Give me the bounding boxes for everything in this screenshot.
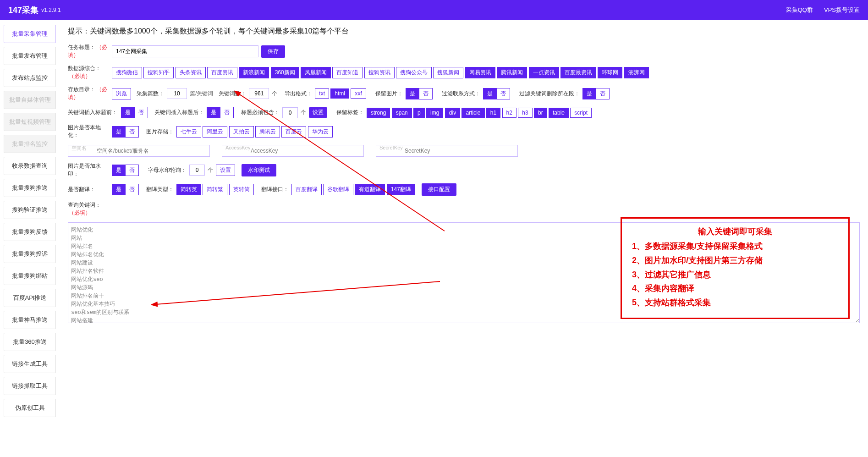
task-title-input[interactable] <box>112 45 258 57</box>
kw-count-input[interactable] <box>249 88 269 99</box>
trans-type-1[interactable]: 简转繁 <box>203 184 227 195</box>
trans-api-1[interactable]: 谷歌翻译 <box>323 184 353 195</box>
source-tag-4[interactable]: 新浪新闻 <box>239 67 269 78</box>
watermark-toggle[interactable]: 是否 <box>112 165 139 176</box>
label-trans-type: 翻译类型： <box>146 186 174 193</box>
header-link-vps[interactable]: VPS拨号设置 <box>824 6 860 14</box>
source-tag-14[interactable]: 百度最资讯 <box>560 67 596 78</box>
keep-tag-6[interactable]: h1 <box>486 108 500 118</box>
source-tag-1[interactable]: 搜狗知乎 <box>143 67 174 78</box>
sidebar-item-1[interactable]: 批量发布管理 <box>4 47 56 65</box>
save-button[interactable]: 保存 <box>261 45 285 58</box>
trans-api-2[interactable]: 有道翻译 <box>355 184 385 195</box>
accesskey-input[interactable] <box>222 145 364 157</box>
api-config-button[interactable]: 接口配置 <box>422 183 456 196</box>
keywords-textarea[interactable] <box>68 222 860 323</box>
wm-set-button[interactable]: 设置 <box>216 165 235 176</box>
filter-kw-para-toggle[interactable]: 是否 <box>582 88 610 99</box>
sidebar: 批量采集管理批量发布管理发布站点监控批量自媒体管理批量短视频管理批量排名监控收录… <box>0 20 60 425</box>
keep-tag-10[interactable]: table <box>549 108 569 118</box>
space-input[interactable] <box>68 145 210 157</box>
kw-pre-toggle[interactable]: 是否 <box>121 107 148 118</box>
keep-img-toggle[interactable]: 是否 <box>406 88 433 99</box>
trans-type-2[interactable]: 英转简 <box>229 184 254 195</box>
translate-toggle[interactable]: 是否 <box>112 184 139 195</box>
source-tag-8[interactable]: 搜狗资讯 <box>364 67 395 78</box>
sidebar-item-2[interactable]: 发布站点监控 <box>4 69 56 87</box>
source-tag-2[interactable]: 头条资讯 <box>176 67 206 78</box>
sidebar-item-7[interactable]: 批量搜狗推送 <box>4 179 56 197</box>
source-tag-9[interactable]: 搜狗公众号 <box>396 67 432 78</box>
cloud-5[interactable]: 华为云 <box>308 126 333 138</box>
label-letter-wm: 字母水印轮询： <box>148 166 187 174</box>
label-keep-img: 保留图片： <box>375 90 403 98</box>
source-tag-0[interactable]: 搜狗微信 <box>112 67 142 78</box>
label-keep-tags: 保留标签： <box>336 109 364 116</box>
source-tag-15[interactable]: 环球网 <box>598 67 622 78</box>
trans-type-0[interactable]: 简转英 <box>176 184 201 195</box>
kw-post-toggle[interactable]: 是否 <box>207 107 234 118</box>
app-version: v1.2.9.1 <box>41 7 61 13</box>
sidebar-item-0[interactable]: 批量采集管理 <box>4 25 56 43</box>
keep-tag-5[interactable]: article <box>461 108 484 118</box>
keep-tag-4[interactable]: div <box>445 108 460 118</box>
sidebar-item-12[interactable]: 百度API推送 <box>4 289 56 307</box>
keep-tag-8[interactable]: h3 <box>518 108 532 118</box>
keep-tag-9[interactable]: br <box>534 108 547 118</box>
label-export-fmt: 导出格式： <box>285 90 312 98</box>
sidebar-item-6[interactable]: 收录数据查询 <box>4 157 56 175</box>
filter-contact-toggle[interactable]: 是否 <box>483 88 510 99</box>
source-tag-7[interactable]: 百度知道 <box>332 67 363 78</box>
sidebar-item-16[interactable]: 链接抓取工具 <box>4 377 56 395</box>
img-local-toggle[interactable]: 是否 <box>112 126 139 138</box>
sidebar-item-17[interactable]: 伪原创工具 <box>4 399 56 417</box>
trans-api-3[interactable]: 147翻译 <box>387 184 415 195</box>
label-trans-api: 翻译接口： <box>261 186 289 193</box>
keep-tag-7[interactable]: h2 <box>502 108 516 118</box>
sidebar-item-13[interactable]: 批量神马推送 <box>4 311 56 329</box>
sidebar-item-10[interactable]: 批量搜狗投诉 <box>4 245 56 263</box>
sidebar-item-14[interactable]: 批量360推送 <box>4 333 56 351</box>
source-tag-11[interactable]: 网易资讯 <box>465 67 495 78</box>
title-contain-input[interactable] <box>282 107 298 118</box>
export-fmt-2[interactable]: xxf <box>351 88 366 99</box>
sidebar-item-11[interactable]: 批量搜狗绑站 <box>4 267 56 285</box>
label-kw-count: 关键词数： <box>219 90 246 98</box>
sidebar-item-15[interactable]: 链接生成工具 <box>4 355 56 373</box>
collect-count-input[interactable] <box>167 88 187 99</box>
source-tag-10[interactable]: 搜狐新闻 <box>433 67 463 78</box>
cloud-3[interactable]: 腾讯云 <box>255 126 280 138</box>
label-translate: 是否翻译： <box>68 186 109 193</box>
source-tag-6[interactable]: 凤凰新闻 <box>301 67 331 78</box>
cloud-4[interactable]: 百度云 <box>281 126 306 138</box>
keep-tag-11[interactable]: script <box>570 108 592 118</box>
cloud-2[interactable]: 又拍云 <box>229 126 254 138</box>
sidebar-item-9[interactable]: 批量搜狗反馈 <box>4 223 56 241</box>
label-query-kw: 查询关键词：（必填） <box>68 201 109 217</box>
wm-count-input[interactable] <box>189 165 205 176</box>
label-task-title: 任务标题：（必填） <box>68 44 109 59</box>
trans-api-0[interactable]: 百度翻译 <box>291 184 322 195</box>
source-tag-16[interactable]: 澎湃网 <box>624 67 649 78</box>
keep-tag-1[interactable]: span <box>392 108 412 118</box>
keep-tag-3[interactable]: img <box>426 108 443 118</box>
label-filter-contact: 过滤联系方式： <box>442 90 480 98</box>
export-fmt-1[interactable]: html <box>330 88 349 99</box>
source-tag-3[interactable]: 百度资讯 <box>207 67 237 78</box>
source-tag-5[interactable]: 360新闻 <box>271 67 299 78</box>
source-tag-12[interactable]: 腾讯新闻 <box>497 67 527 78</box>
title-contain-set[interactable]: 设置 <box>309 107 327 118</box>
label-title-contain: 标题必须包含： <box>241 109 280 116</box>
wm-test-button[interactable]: 水印测试 <box>242 164 276 176</box>
keep-tag-2[interactable]: p <box>413 108 425 118</box>
cloud-0[interactable]: 七牛云 <box>176 126 201 138</box>
secretkey-input[interactable] <box>376 145 518 157</box>
header-link-qq[interactable]: 采集QQ群 <box>786 6 813 14</box>
export-fmt-0[interactable]: txt <box>315 88 329 99</box>
keep-tag-0[interactable]: strong <box>367 108 390 118</box>
source-tag-13[interactable]: 一点资讯 <box>529 67 559 78</box>
browse-button[interactable]: 浏览 <box>112 88 131 99</box>
label-collect-count: 采集篇数： <box>137 90 164 98</box>
cloud-1[interactable]: 阿里云 <box>203 126 227 138</box>
sidebar-item-8[interactable]: 搜狗验证推送 <box>4 201 56 219</box>
